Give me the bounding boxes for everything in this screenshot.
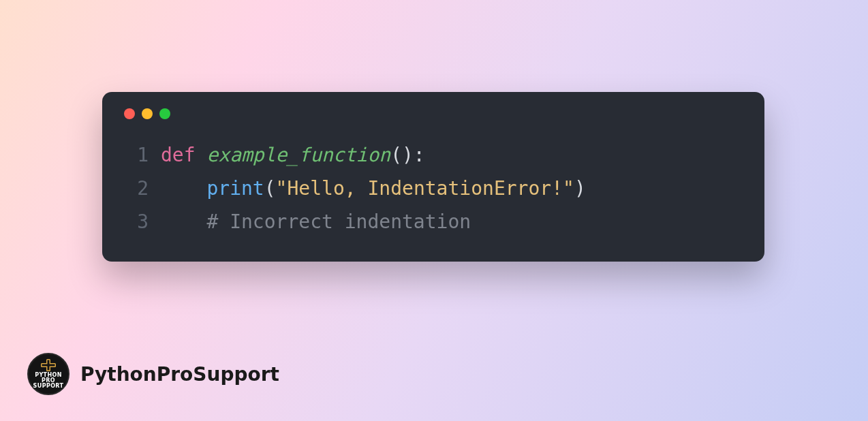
code-line: 3 # Incorrect indentation	[123, 205, 744, 238]
logo-line2: SUPPORT	[29, 384, 68, 389]
code-token: def	[161, 138, 206, 172]
line-number: 3	[123, 205, 149, 238]
code-token: print	[206, 172, 264, 205]
brand-logo: PYTHON PRO SUPPORT	[27, 353, 69, 395]
logo-line1: PYTHON PRO	[29, 373, 68, 384]
code-line: 2 print("Hello, IndentationError!")	[123, 172, 744, 205]
line-number: 2	[123, 172, 149, 205]
code-token	[161, 172, 206, 205]
code-line: 1def example_function():	[123, 138, 744, 172]
code-token: ():	[390, 138, 425, 172]
code-token: example_function	[206, 138, 390, 172]
footer: PYTHON PRO SUPPORT PythonProSupport	[27, 353, 279, 395]
code-card: 1def example_function():2 print("Hello, …	[102, 92, 764, 262]
code-token: (	[264, 172, 276, 205]
code-token: )	[574, 172, 586, 205]
code-token: # Incorrect indentation	[206, 205, 471, 238]
svg-rect-3	[42, 364, 55, 367]
minimize-icon	[142, 108, 153, 119]
window-controls	[123, 108, 744, 119]
brand-name: PythonProSupport	[80, 363, 279, 386]
code-block: 1def example_function():2 print("Hello, …	[123, 138, 744, 238]
line-number: 1	[123, 138, 149, 172]
code-token	[161, 205, 206, 238]
code-token: "Hello, IndentationError!"	[276, 172, 574, 205]
close-icon	[124, 108, 135, 119]
plus-icon	[41, 359, 56, 371]
maximize-icon	[159, 108, 170, 119]
